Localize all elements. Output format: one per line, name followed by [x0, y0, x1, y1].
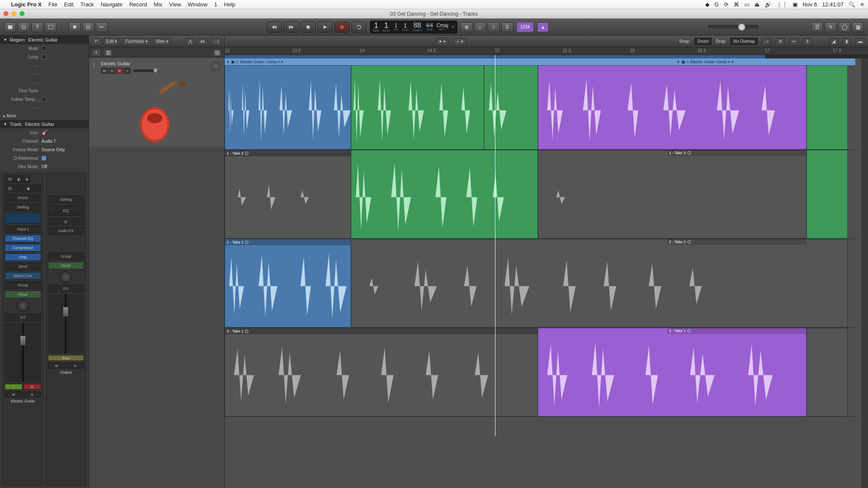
add-track-button[interactable]: +: [92, 49, 101, 56]
track-volume-slider[interactable]: [133, 69, 159, 72]
channel-field[interactable]: Audio 7: [42, 139, 56, 144]
track-header-row[interactable]: 7 Electric Guitar M S R I: [89, 58, 224, 147]
comp-header-b[interactable]: ▼▣ ◇ Electric Guitar: Comp A ▾: [675, 58, 855, 65]
spotlight-icon[interactable]: 🔍: [849, 1, 855, 8]
comp-header-a[interactable]: ▼▣ ◇ Electric Guitar: Comp A ▾: [225, 58, 675, 65]
comp-region-blue[interactable]: [225, 65, 351, 150]
direct-button[interactable]: Direct: [5, 194, 41, 202]
edit-menu[interactable]: Edit ▾: [103, 38, 120, 45]
menubar-date[interactable]: Nov 6: [803, 1, 817, 8]
count-in-button[interactable]: 1234: [517, 22, 534, 32]
more-disclosure[interactable]: ▸ More: [0, 112, 89, 120]
scrub-button[interactable]: ⇵: [776, 38, 785, 45]
freeze-mode-field[interactable]: Source Only: [42, 147, 65, 152]
view-menu[interactable]: View ▾: [153, 38, 172, 45]
setting-button[interactable]: Setting: [5, 203, 41, 211]
wifi-icon[interactable]: ⋮⋮: [776, 1, 787, 8]
volume-icon[interactable]: 🔊: [765, 1, 771, 8]
cycle-button[interactable]: [351, 22, 367, 33]
track-pan-knob[interactable]: [211, 61, 221, 71]
bluetooth-icon[interactable]: ⌘: [734, 1, 739, 8]
waveform-zoom[interactable]: ◢: [829, 38, 838, 45]
take1-region-gray[interactable]: 3 - Take 1: [225, 328, 538, 416]
playhead[interactable]: [495, 55, 495, 436]
list-editors-button[interactable]: ☰: [811, 22, 823, 32]
pan-knob[interactable]: [17, 300, 29, 312]
insert-compressor[interactable]: Compressor: [5, 244, 41, 252]
menu-edit[interactable]: Edit: [64, 1, 73, 8]
functions-menu[interactable]: Functions ▾: [122, 38, 150, 45]
eq-display[interactable]: EQ: [48, 205, 84, 216]
setting-button[interactable]: Setting: [48, 196, 84, 203]
mixer-button[interactable]: [82, 22, 94, 32]
link-button[interactable]: ⇢: [762, 38, 771, 45]
stop-button[interactable]: [300, 22, 316, 33]
menu-record[interactable]: Record: [129, 1, 147, 8]
take1-region-gray2[interactable]: [807, 328, 848, 416]
forward-button[interactable]: [284, 22, 299, 33]
flex-mode-field[interactable]: Off: [42, 164, 47, 169]
notepad-button[interactable]: ✎: [825, 22, 837, 32]
menu-icon[interactable]: ≡: [860, 1, 864, 8]
comp-region-green[interactable]: [351, 65, 484, 150]
qref-checkbox[interactable]: [42, 156, 46, 161]
status-icon[interactable]: G: [715, 1, 719, 8]
vertical-scrollbar[interactable]: [861, 58, 868, 488]
lcd-display[interactable]: 1BAR 1BEAT 1DIV 1TICK 88TEMPO 4/4TIME Cm…: [370, 21, 457, 33]
lcd-tick[interactable]: 1: [403, 22, 407, 28]
lcd-sig[interactable]: 4/4: [426, 23, 433, 28]
lcd-tempo[interactable]: 88: [414, 22, 421, 29]
bounce-button[interactable]: Bnce: [48, 355, 84, 361]
pan-knob[interactable]: [60, 271, 72, 283]
sync-icon[interactable]: ⟳: [724, 1, 729, 8]
vertical-zoom[interactable]: ▮: [843, 38, 851, 45]
menu-track[interactable]: Track: [81, 1, 94, 8]
inspector-button[interactable]: i: [18, 22, 30, 32]
record-button[interactable]: [334, 22, 350, 33]
group-slot[interactable]: Group: [5, 281, 41, 289]
stereo-icon[interactable]: ◎: [48, 218, 84, 225]
smart-controls-button[interactable]: ✺: [69, 22, 81, 32]
mute-checkbox[interactable]: [42, 46, 46, 51]
toolbar-button[interactable]: [45, 22, 57, 32]
menu-navigate[interactable]: Navigate: [101, 1, 122, 8]
take3-lane[interactable]: 1 - Take 3 1 - Take 3: [225, 150, 857, 239]
take3-region-green[interactable]: [351, 150, 537, 238]
loops-button[interactable]: ◯: [838, 22, 850, 32]
meter-icon[interactable]: ◉: [16, 185, 41, 192]
menubar-time[interactable]: 12:41:07: [822, 1, 844, 8]
lcd-bar[interactable]: 1: [374, 22, 378, 29]
zoom-window-button[interactable]: [19, 11, 25, 16]
flex-button[interactable]: ⋈: [198, 38, 208, 45]
zoom-h-button[interactable]: ⇔: [789, 38, 798, 45]
lcd-beat[interactable]: 1: [384, 22, 389, 29]
take3-region-green2[interactable]: [807, 150, 848, 238]
app-name[interactable]: Logic Pro X: [11, 1, 42, 8]
automation-button[interactable]: ⋀: [186, 38, 195, 45]
snap-select[interactable]: Smart: [694, 38, 712, 45]
tuner-button[interactable]: ⎍: [488, 22, 500, 32]
track-mute-button[interactable]: M: [101, 68, 108, 74]
track-input-button[interactable]: I: [124, 68, 131, 74]
comp-region-purple[interactable]: [538, 65, 807, 150]
comp-lane[interactable]: [225, 65, 857, 150]
take3-region-a[interactable]: 1 - Take 3: [225, 150, 351, 238]
horizontal-zoom[interactable]: ▬: [855, 38, 865, 45]
mute-button[interactable]: M: [48, 363, 66, 369]
track-icon[interactable]: 🎸: [42, 130, 47, 136]
phase-button[interactable]: ◐: [16, 175, 22, 183]
take2-lane[interactable]: 2 - Take 2 2 - Take 2: [225, 239, 857, 328]
automation-mode[interactable]: Read: [5, 291, 41, 298]
record-enable-button[interactable]: R: [23, 384, 41, 390]
help-button[interactable]: ?: [31, 22, 43, 32]
volume-display[interactable]: 0.0: [48, 285, 84, 292]
lcd-key[interactable]: Cmaj: [437, 23, 448, 28]
close-window-button[interactable]: [3, 11, 8, 16]
track-back-button[interactable]: ↶: [92, 38, 101, 45]
eject-icon[interactable]: ⏏: [754, 1, 760, 8]
menu-mix[interactable]: Mix: [154, 1, 162, 8]
menu-1[interactable]: 1: [214, 1, 217, 8]
drag-select[interactable]: No Overlap: [730, 38, 758, 45]
menu-help[interactable]: Help: [224, 1, 236, 8]
duplicate-track-button[interactable]: ▥: [103, 49, 113, 56]
